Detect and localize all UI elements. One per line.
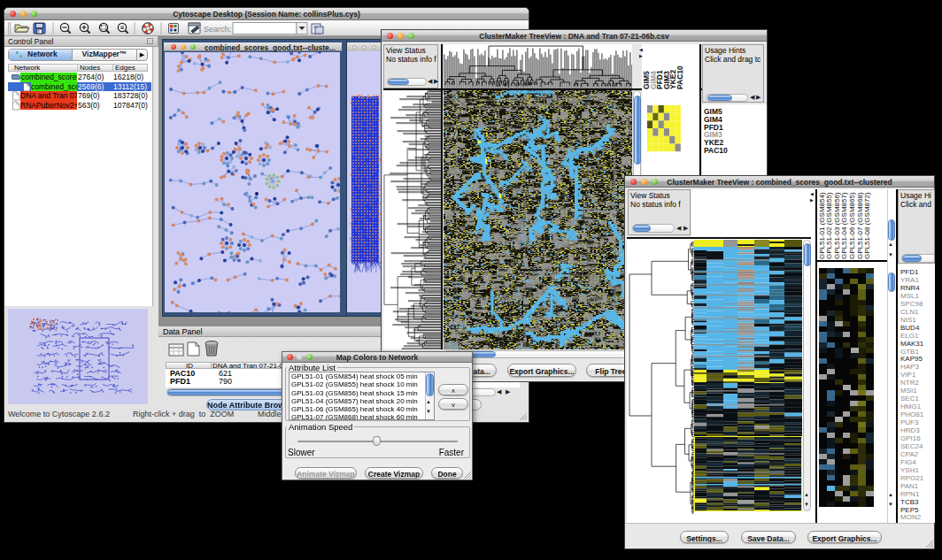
svg-text:GPL51-08 (GSM872): GPL51-08 (GSM872)	[863, 192, 871, 259]
svg-text:PAC10: PAC10	[676, 65, 684, 89]
svg-text:⊞: ⊞	[120, 25, 125, 30]
svg-text:Search:: Search:	[204, 25, 231, 34]
